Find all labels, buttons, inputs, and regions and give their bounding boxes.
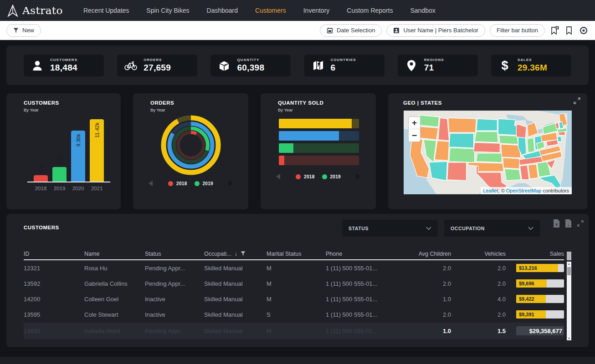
zoom-in-button[interactable]: + bbox=[409, 117, 420, 129]
nav-item-customers[interactable]: Customers bbox=[246, 0, 295, 21]
table-row[interactable]: 13592Gabriella CollinsPending Appr...Ski… bbox=[24, 276, 564, 291]
cell-marital: M bbox=[267, 265, 326, 272]
bar-2021[interactable]: 11.42k bbox=[90, 116, 104, 182]
orders-donut[interactable] bbox=[133, 113, 248, 177]
user-name-button[interactable]: User Name | Piers Batchelor bbox=[386, 24, 485, 37]
customers-bar-chart: 1.2k2.7k9.30k11.42k bbox=[27, 116, 110, 182]
quantity-bar-2019[interactable] bbox=[279, 143, 359, 153]
col-header-sales[interactable]: Sales bbox=[506, 251, 564, 257]
user-badge-icon bbox=[393, 27, 400, 34]
bookmark-add-button[interactable] bbox=[549, 25, 559, 35]
scrollbar-cap bbox=[567, 252, 571, 260]
ghost-id: 14830 bbox=[24, 328, 84, 334]
col-header-avg-children[interactable]: Avg Children bbox=[394, 251, 451, 257]
filter-toolbar: New Date Selection User Name | Piers Bat… bbox=[0, 21, 595, 40]
col-header-name[interactable]: Name bbox=[84, 251, 145, 257]
bar-2020[interactable]: 9.30k bbox=[71, 116, 85, 182]
cell-name: Rosa Hu bbox=[84, 265, 145, 272]
nav-item-dashboard[interactable]: Dashboard bbox=[198, 0, 247, 21]
bar-value-label: 9.30k bbox=[76, 134, 81, 147]
expand-map-button[interactable] bbox=[573, 93, 581, 106]
column-filter-icon[interactable] bbox=[241, 251, 246, 256]
occupation-filter-dropdown[interactable]: OCCUPATION bbox=[444, 220, 540, 237]
x-axis-label: 2019 bbox=[52, 186, 67, 191]
kpi-value: 60,398 bbox=[237, 63, 264, 73]
legend-item-2019[interactable]: 2019 bbox=[195, 181, 213, 186]
ghost-phone: 1 (11) 500 555-01... bbox=[326, 328, 394, 334]
col-header-id[interactable]: ID bbox=[24, 251, 84, 257]
date-selection-button[interactable]: Date Selection bbox=[320, 24, 382, 37]
sort-desc-icon[interactable]: ↓ bbox=[235, 251, 237, 257]
scroll-down-arrow[interactable]: ▼ bbox=[567, 336, 571, 340]
table-row[interactable]: 13595Cole StewartInactiveSkilled ManualS… bbox=[24, 307, 564, 322]
table-row[interactable]: 12321Rosa HuPending Appr...Skilled Manua… bbox=[24, 260, 564, 276]
legend-item-2018[interactable]: 2018 bbox=[168, 181, 187, 186]
bookmark-button[interactable] bbox=[564, 25, 574, 35]
legend-item-2019[interactable]: 2019 bbox=[322, 174, 341, 179]
export-csv-button[interactable]: , bbox=[564, 219, 572, 228]
table-vertical-scrollbar[interactable]: ▲ ▼ bbox=[567, 262, 571, 340]
nav-item-custom-reports[interactable]: Custom Reports bbox=[338, 0, 401, 21]
cell-phone: 1 (11) 500 555-01... bbox=[326, 265, 394, 272]
bar-value-label: 11.42k bbox=[94, 122, 100, 138]
astrato-logo[interactable]: Astrato bbox=[7, 5, 63, 17]
legend-dot bbox=[168, 181, 173, 186]
nav-item-recent-updates[interactable]: Recent Updates bbox=[75, 0, 138, 21]
legend-item-2018[interactable]: 2018 bbox=[296, 174, 314, 179]
leaflet-map[interactable]: + − Leaflet, © OpenStreetMap contributor… bbox=[404, 111, 572, 194]
calendar-icon bbox=[327, 27, 333, 34]
status-filter-dropdown[interactable]: STATUS bbox=[342, 220, 438, 237]
sales-value: $9,391 bbox=[519, 312, 534, 317]
scrollbar-thumb[interactable] bbox=[567, 267, 571, 275]
filter-bar-button[interactable]: Filter bar button bbox=[490, 24, 545, 37]
chart-title: ORDERS bbox=[133, 93, 248, 106]
sales-bar: $9,696 bbox=[516, 279, 564, 288]
sales-bar: $13,216 bbox=[516, 264, 564, 272]
orders-legend: 2018 2019 bbox=[133, 181, 248, 186]
col-header-vehicles[interactable]: Vehicles bbox=[451, 251, 506, 257]
ghost-occupation: Skilled Manual bbox=[204, 328, 267, 334]
cell-sales: $9,422 bbox=[506, 295, 564, 303]
cell-sales: $13,216 bbox=[506, 264, 564, 272]
bar-2019[interactable]: 2.7k bbox=[52, 116, 67, 182]
sales-bar: $9,391 bbox=[516, 310, 564, 318]
map-zoom-control: + − bbox=[408, 116, 421, 142]
col-header-status[interactable]: Status bbox=[145, 251, 204, 257]
quantity-bar-2018[interactable] bbox=[279, 156, 359, 165]
col-header-occupation[interactable]: Occupati... ↓ bbox=[204, 251, 267, 257]
cell-id: 13595 bbox=[24, 311, 84, 318]
legend-next-arrow[interactable] bbox=[229, 181, 233, 186]
legend-dot bbox=[296, 174, 301, 179]
cell-occupation: Skilled Manual bbox=[204, 311, 267, 318]
table-row[interactable]: 14200Colleen GoelInactiveSkilled ManualM… bbox=[24, 291, 564, 307]
export-excel-button[interactable]: x bbox=[553, 219, 560, 228]
bar-2018[interactable]: 1.2k bbox=[34, 116, 48, 182]
us-states-map bbox=[404, 111, 572, 194]
cell-sales: $9,696 bbox=[506, 279, 564, 288]
col-header-marital-status[interactable]: Marital Status bbox=[267, 251, 326, 257]
expand-table-button[interactable] bbox=[576, 219, 584, 228]
chart-title: GEO | STATES bbox=[388, 93, 442, 106]
table-header-row: ID Name Status Occupati... ↓ Marital Sta… bbox=[24, 248, 564, 260]
leaflet-link[interactable]: Leaflet bbox=[483, 188, 498, 193]
quantity-bar-2021[interactable] bbox=[279, 119, 359, 128]
legend-prev-arrow[interactable] bbox=[149, 181, 153, 186]
file-excel-icon: x bbox=[553, 219, 560, 228]
zoom-out-button[interactable]: − bbox=[409, 129, 420, 142]
nav-item-sandbox[interactable]: Sandbox bbox=[401, 0, 444, 21]
legend-prev-arrow[interactable] bbox=[276, 174, 280, 179]
new-filter-button[interactable]: New bbox=[6, 24, 41, 37]
nav-item-spin-city-bikes[interactable]: Spin City Bikes bbox=[138, 0, 198, 21]
cell-avg-children: 1.0 bbox=[394, 296, 451, 303]
x-axis-label: 2021 bbox=[90, 186, 104, 191]
customers-table: ID Name Status Occupati... ↓ Marital Sta… bbox=[24, 248, 564, 339]
cell-id: 12321 bbox=[24, 265, 84, 272]
scroll-up-arrow[interactable]: ▲ bbox=[567, 262, 571, 266]
map-attribution: Leaflet, © OpenStreetMap contributors bbox=[481, 187, 572, 194]
quantity-bar-2020[interactable] bbox=[279, 131, 359, 141]
visibility-button[interactable] bbox=[579, 25, 589, 35]
col-header-phone[interactable]: Phone bbox=[326, 251, 394, 257]
nav-item-inventory[interactable]: Inventory bbox=[295, 0, 339, 21]
legend-next-arrow[interactable] bbox=[356, 174, 360, 179]
osm-link[interactable]: OpenStreetMap bbox=[506, 188, 542, 193]
